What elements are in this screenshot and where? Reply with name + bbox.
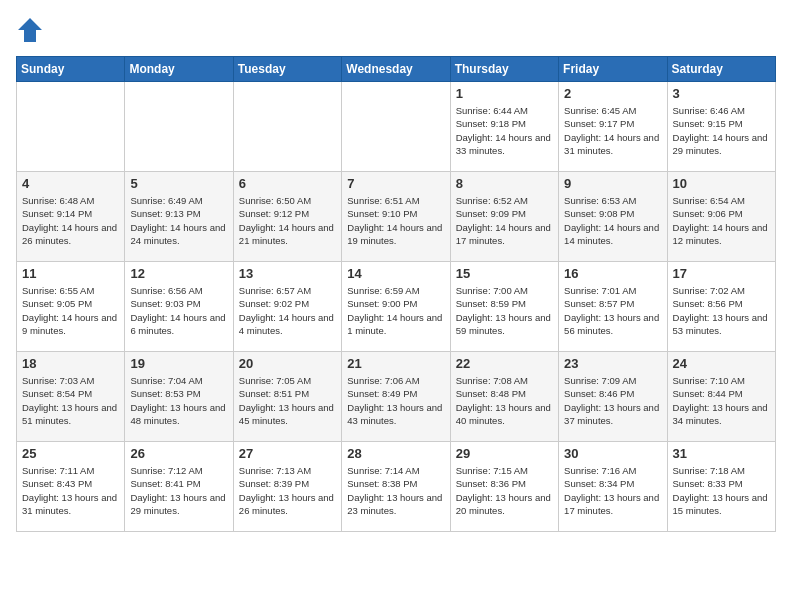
day-number: 20 (239, 356, 336, 371)
day-number: 30 (564, 446, 661, 461)
logo (16, 16, 48, 44)
day-number: 17 (673, 266, 770, 281)
day-number: 2 (564, 86, 661, 101)
day-info: Sunrise: 6:57 AM Sunset: 9:02 PM Dayligh… (239, 284, 336, 337)
header-row: SundayMondayTuesdayWednesdayThursdayFrid… (17, 57, 776, 82)
day-info: Sunrise: 7:01 AM Sunset: 8:57 PM Dayligh… (564, 284, 661, 337)
day-info: Sunrise: 6:49 AM Sunset: 9:13 PM Dayligh… (130, 194, 227, 247)
day-info: Sunrise: 7:12 AM Sunset: 8:41 PM Dayligh… (130, 464, 227, 517)
calendar-cell: 26Sunrise: 7:12 AM Sunset: 8:41 PM Dayli… (125, 442, 233, 532)
week-row-2: 4Sunrise: 6:48 AM Sunset: 9:14 PM Daylig… (17, 172, 776, 262)
day-number: 1 (456, 86, 553, 101)
day-number: 8 (456, 176, 553, 191)
day-info: Sunrise: 7:18 AM Sunset: 8:33 PM Dayligh… (673, 464, 770, 517)
calendar-cell: 29Sunrise: 7:15 AM Sunset: 8:36 PM Dayli… (450, 442, 558, 532)
calendar-cell (125, 82, 233, 172)
calendar-cell (342, 82, 450, 172)
day-number: 4 (22, 176, 119, 191)
calendar-cell: 28Sunrise: 7:14 AM Sunset: 8:38 PM Dayli… (342, 442, 450, 532)
calendar-cell (17, 82, 125, 172)
day-header-sunday: Sunday (17, 57, 125, 82)
day-info: Sunrise: 7:11 AM Sunset: 8:43 PM Dayligh… (22, 464, 119, 517)
day-number: 22 (456, 356, 553, 371)
day-info: Sunrise: 7:13 AM Sunset: 8:39 PM Dayligh… (239, 464, 336, 517)
calendar-cell: 5Sunrise: 6:49 AM Sunset: 9:13 PM Daylig… (125, 172, 233, 262)
day-number: 12 (130, 266, 227, 281)
day-info: Sunrise: 7:14 AM Sunset: 8:38 PM Dayligh… (347, 464, 444, 517)
day-info: Sunrise: 6:51 AM Sunset: 9:10 PM Dayligh… (347, 194, 444, 247)
calendar-cell: 22Sunrise: 7:08 AM Sunset: 8:48 PM Dayli… (450, 352, 558, 442)
day-info: Sunrise: 6:50 AM Sunset: 9:12 PM Dayligh… (239, 194, 336, 247)
day-info: Sunrise: 7:06 AM Sunset: 8:49 PM Dayligh… (347, 374, 444, 427)
calendar-cell: 25Sunrise: 7:11 AM Sunset: 8:43 PM Dayli… (17, 442, 125, 532)
calendar-cell: 10Sunrise: 6:54 AM Sunset: 9:06 PM Dayli… (667, 172, 775, 262)
day-number: 18 (22, 356, 119, 371)
calendar-cell: 14Sunrise: 6:59 AM Sunset: 9:00 PM Dayli… (342, 262, 450, 352)
day-info: Sunrise: 7:05 AM Sunset: 8:51 PM Dayligh… (239, 374, 336, 427)
day-info: Sunrise: 6:52 AM Sunset: 9:09 PM Dayligh… (456, 194, 553, 247)
calendar-cell: 16Sunrise: 7:01 AM Sunset: 8:57 PM Dayli… (559, 262, 667, 352)
calendar-cell: 9Sunrise: 6:53 AM Sunset: 9:08 PM Daylig… (559, 172, 667, 262)
week-row-5: 25Sunrise: 7:11 AM Sunset: 8:43 PM Dayli… (17, 442, 776, 532)
calendar-cell (233, 82, 341, 172)
logo-icon (16, 16, 44, 44)
calendar-body: 1Sunrise: 6:44 AM Sunset: 9:18 PM Daylig… (17, 82, 776, 532)
day-info: Sunrise: 7:00 AM Sunset: 8:59 PM Dayligh… (456, 284, 553, 337)
day-number: 3 (673, 86, 770, 101)
svg-marker-0 (18, 18, 42, 42)
calendar-cell: 17Sunrise: 7:02 AM Sunset: 8:56 PM Dayli… (667, 262, 775, 352)
page-header (16, 16, 776, 44)
day-number: 10 (673, 176, 770, 191)
calendar-cell: 4Sunrise: 6:48 AM Sunset: 9:14 PM Daylig… (17, 172, 125, 262)
calendar-cell: 19Sunrise: 7:04 AM Sunset: 8:53 PM Dayli… (125, 352, 233, 442)
calendar-cell: 31Sunrise: 7:18 AM Sunset: 8:33 PM Dayli… (667, 442, 775, 532)
day-info: Sunrise: 6:45 AM Sunset: 9:17 PM Dayligh… (564, 104, 661, 157)
day-info: Sunrise: 7:08 AM Sunset: 8:48 PM Dayligh… (456, 374, 553, 427)
calendar-cell: 1Sunrise: 6:44 AM Sunset: 9:18 PM Daylig… (450, 82, 558, 172)
day-header-monday: Monday (125, 57, 233, 82)
week-row-3: 11Sunrise: 6:55 AM Sunset: 9:05 PM Dayli… (17, 262, 776, 352)
day-number: 11 (22, 266, 119, 281)
calendar-cell: 11Sunrise: 6:55 AM Sunset: 9:05 PM Dayli… (17, 262, 125, 352)
calendar-table: SundayMondayTuesdayWednesdayThursdayFrid… (16, 56, 776, 532)
day-number: 23 (564, 356, 661, 371)
day-number: 6 (239, 176, 336, 191)
day-number: 16 (564, 266, 661, 281)
calendar-cell: 13Sunrise: 6:57 AM Sunset: 9:02 PM Dayli… (233, 262, 341, 352)
day-number: 19 (130, 356, 227, 371)
day-info: Sunrise: 6:56 AM Sunset: 9:03 PM Dayligh… (130, 284, 227, 337)
day-info: Sunrise: 6:53 AM Sunset: 9:08 PM Dayligh… (564, 194, 661, 247)
calendar-cell: 3Sunrise: 6:46 AM Sunset: 9:15 PM Daylig… (667, 82, 775, 172)
week-row-1: 1Sunrise: 6:44 AM Sunset: 9:18 PM Daylig… (17, 82, 776, 172)
calendar-cell: 12Sunrise: 6:56 AM Sunset: 9:03 PM Dayli… (125, 262, 233, 352)
day-number: 14 (347, 266, 444, 281)
calendar-cell: 8Sunrise: 6:52 AM Sunset: 9:09 PM Daylig… (450, 172, 558, 262)
day-number: 13 (239, 266, 336, 281)
calendar-cell: 24Sunrise: 7:10 AM Sunset: 8:44 PM Dayli… (667, 352, 775, 442)
calendar-cell: 2Sunrise: 6:45 AM Sunset: 9:17 PM Daylig… (559, 82, 667, 172)
day-number: 25 (22, 446, 119, 461)
day-header-friday: Friday (559, 57, 667, 82)
week-row-4: 18Sunrise: 7:03 AM Sunset: 8:54 PM Dayli… (17, 352, 776, 442)
day-info: Sunrise: 7:15 AM Sunset: 8:36 PM Dayligh… (456, 464, 553, 517)
day-info: Sunrise: 7:09 AM Sunset: 8:46 PM Dayligh… (564, 374, 661, 427)
calendar-cell: 15Sunrise: 7:00 AM Sunset: 8:59 PM Dayli… (450, 262, 558, 352)
day-info: Sunrise: 6:48 AM Sunset: 9:14 PM Dayligh… (22, 194, 119, 247)
day-header-thursday: Thursday (450, 57, 558, 82)
calendar-cell: 18Sunrise: 7:03 AM Sunset: 8:54 PM Dayli… (17, 352, 125, 442)
day-info: Sunrise: 6:59 AM Sunset: 9:00 PM Dayligh… (347, 284, 444, 337)
day-info: Sunrise: 7:04 AM Sunset: 8:53 PM Dayligh… (130, 374, 227, 427)
calendar-cell: 7Sunrise: 6:51 AM Sunset: 9:10 PM Daylig… (342, 172, 450, 262)
day-number: 9 (564, 176, 661, 191)
day-number: 26 (130, 446, 227, 461)
day-info: Sunrise: 7:10 AM Sunset: 8:44 PM Dayligh… (673, 374, 770, 427)
day-header-saturday: Saturday (667, 57, 775, 82)
day-info: Sunrise: 6:44 AM Sunset: 9:18 PM Dayligh… (456, 104, 553, 157)
day-number: 5 (130, 176, 227, 191)
day-number: 24 (673, 356, 770, 371)
day-info: Sunrise: 7:02 AM Sunset: 8:56 PM Dayligh… (673, 284, 770, 337)
day-number: 21 (347, 356, 444, 371)
day-number: 31 (673, 446, 770, 461)
day-info: Sunrise: 7:16 AM Sunset: 8:34 PM Dayligh… (564, 464, 661, 517)
day-info: Sunrise: 6:55 AM Sunset: 9:05 PM Dayligh… (22, 284, 119, 337)
